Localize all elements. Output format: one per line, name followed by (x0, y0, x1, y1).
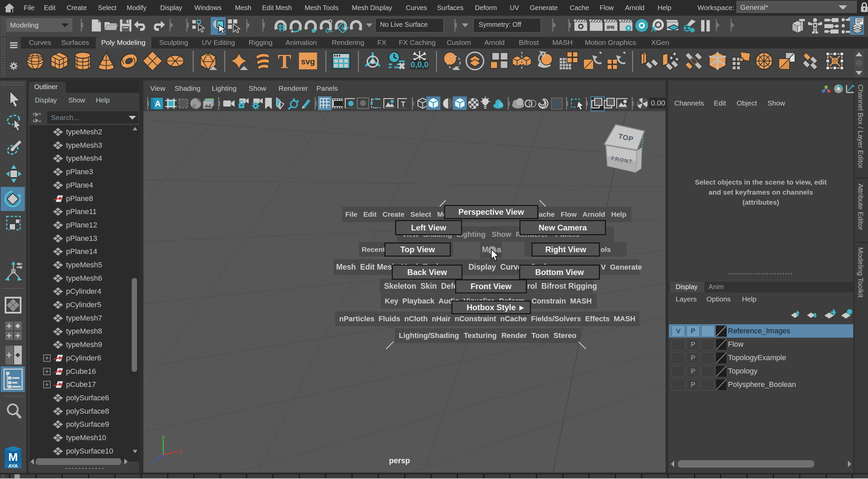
svg-text:T: T (278, 51, 291, 71)
svg-text:IPR: IPR (607, 25, 614, 30)
svg-text:T: T (401, 100, 405, 108)
svg-text:0,0,0: 0,0,0 (410, 60, 428, 69)
svg-text:M: M (8, 450, 18, 463)
svg-text:AYA: AYA (8, 463, 18, 469)
svg-text:svg: svg (301, 57, 315, 66)
svg-text:X: X (651, 24, 656, 33)
svg-text:z: z (153, 459, 155, 466)
svg-text:y: y (162, 434, 165, 440)
svg-text:A: A (155, 99, 160, 108)
svg-text:x: x (179, 448, 182, 454)
